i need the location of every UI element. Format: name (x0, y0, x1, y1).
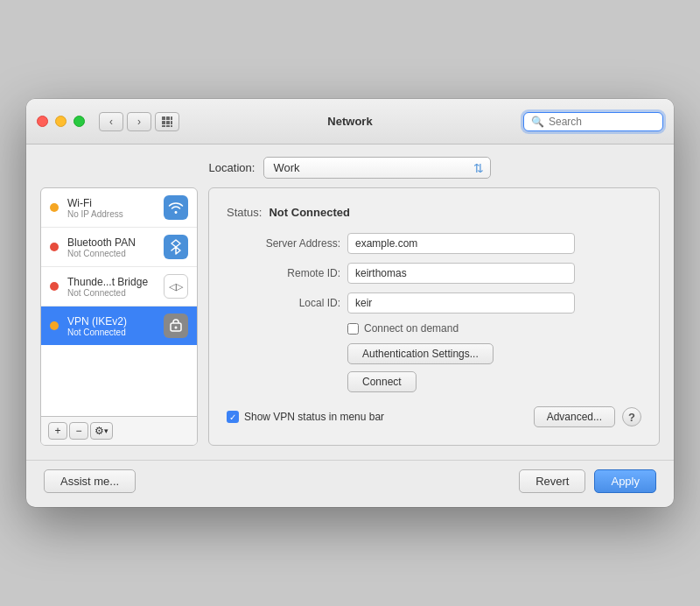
svg-point-10 (175, 327, 178, 329)
sidebar: Wi-Fi No IP Address (40, 187, 198, 446)
svg-rect-1 (166, 116, 170, 120)
revert-button[interactable]: Revert (519, 469, 585, 493)
thunderbolt-status-dot (50, 282, 59, 291)
svg-rect-2 (171, 116, 172, 120)
connect-on-demand-checkbox[interactable] (347, 323, 359, 335)
minimize-button[interactable] (55, 116, 66, 127)
search-input[interactable] (549, 116, 655, 128)
add-network-button[interactable]: + (48, 422, 67, 440)
panel-footer-right: Advanced... ? (534, 406, 641, 427)
gear-icon: ⚙ (94, 425, 104, 437)
show-vpn-checkbox[interactable]: ✓ (227, 411, 239, 423)
svg-rect-5 (171, 121, 172, 124)
server-address-row: Server Address: (227, 233, 641, 254)
advanced-button[interactable]: Advanced... (534, 406, 615, 427)
thunderbolt-name: Thunde...t Bridge (67, 276, 155, 288)
location-bar: Location: Work Automatic Home ⇅ (26, 144, 674, 187)
forward-button[interactable]: › (127, 112, 151, 131)
sidebar-toolbar: + − ⚙ ▾ (41, 416, 197, 445)
thunderbolt-sub: Not Connected (67, 288, 155, 298)
remote-id-row: Remote ID: (227, 263, 641, 284)
grid-button[interactable] (155, 112, 179, 131)
apply-button[interactable]: Apply (594, 469, 656, 493)
remote-id-label: Remote ID: (227, 267, 340, 279)
connect-button[interactable]: Connect (347, 371, 416, 392)
vpn-text: VPN (IKEv2) Not Connected (67, 315, 155, 337)
content-area: Location: Work Automatic Home ⇅ (26, 144, 674, 507)
remove-network-button[interactable]: − (69, 422, 88, 440)
thunderbolt-icon: ◁▷ (164, 274, 188, 299)
nav-buttons: ‹ › (99, 112, 151, 131)
svg-rect-4 (166, 121, 170, 124)
window-title: Network (327, 115, 372, 128)
connect-on-demand-row: Connect on demand (227, 322, 641, 335)
gear-chevron-icon: ▾ (104, 426, 108, 435)
form-section: Server Address: Remote ID: Local ID: Con… (227, 233, 641, 392)
vpn-icon (164, 314, 188, 338)
svg-rect-7 (166, 125, 170, 127)
svg-rect-6 (162, 125, 165, 127)
sidebar-item-vpn[interactable]: VPN (IKEv2) Not Connected (41, 307, 197, 345)
vpn-sub: Not Connected (67, 328, 155, 337)
local-id-row: Local ID: (227, 292, 641, 314)
sidebar-item-wifi[interactable]: Wi-Fi No IP Address (41, 188, 197, 228)
help-button[interactable]: ? (622, 407, 641, 426)
show-vpn-row: ✓ Show VPN status in menu bar (227, 411, 384, 423)
main-window: ‹ › Network 🔍 Location: (26, 99, 674, 507)
location-select-wrapper: Work Automatic Home ⇅ (263, 157, 491, 179)
traffic-lights (37, 116, 85, 127)
svg-rect-3 (162, 121, 165, 124)
gear-menu-button[interactable]: ⚙ ▾ (90, 422, 113, 440)
search-icon: 🔍 (531, 116, 544, 128)
bluetooth-status-dot (50, 243, 59, 251)
action-buttons: Authentication Settings... Connect (227, 343, 641, 392)
wifi-text: Wi-Fi No IP Address (67, 197, 155, 219)
bluetooth-text: Bluetooth PAN Not Connected (67, 236, 155, 258)
thunderbolt-text: Thunde...t Bridge Not Connected (67, 276, 155, 298)
panel: Status: Not Connected Server Address: Re… (208, 187, 660, 446)
bluetooth-sub: Not Connected (67, 249, 155, 258)
show-vpn-label: Show VPN status in menu bar (244, 411, 384, 423)
location-select[interactable]: Work Automatic Home (263, 157, 491, 179)
server-address-input[interactable] (347, 233, 575, 254)
panel-footer: ✓ Show VPN status in menu bar Advanced..… (227, 406, 641, 427)
remote-id-input[interactable] (347, 263, 575, 284)
svg-rect-0 (162, 116, 165, 120)
auth-settings-button[interactable]: Authentication Settings... (347, 343, 494, 364)
bluetooth-name: Bluetooth PAN (67, 236, 155, 249)
svg-rect-8 (171, 125, 172, 127)
vpn-name: VPN (IKEv2) (67, 315, 155, 328)
search-box[interactable]: 🔍 (523, 112, 663, 131)
maximize-button[interactable] (74, 116, 85, 127)
bluetooth-icon (164, 235, 188, 259)
wifi-icon (164, 195, 188, 220)
wifi-sub: No IP Address (67, 209, 155, 219)
location-label: Location: (209, 161, 256, 174)
sidebar-item-thunderbolt[interactable]: Thunde...t Bridge Not Connected ◁▷ (41, 267, 197, 307)
close-button[interactable] (37, 116, 48, 127)
window-footer: Assist me... Revert Apply (26, 460, 674, 507)
vpn-status-dot (50, 321, 59, 330)
local-id-label: Local ID: (227, 297, 340, 309)
local-id-input[interactable] (347, 292, 575, 314)
back-button[interactable]: ‹ (99, 112, 123, 131)
wifi-status-dot (50, 203, 59, 212)
main-area: Wi-Fi No IP Address (26, 187, 674, 460)
status-value: Not Connected (269, 206, 349, 219)
titlebar: ‹ › Network 🔍 (26, 99, 674, 144)
sidebar-item-bluetooth[interactable]: Bluetooth PAN Not Connected (41, 228, 197, 267)
status-label: Status: (227, 206, 262, 219)
connect-on-demand-label: Connect on demand (364, 322, 458, 335)
assist-me-button[interactable]: Assist me... (44, 469, 136, 493)
wifi-name: Wi-Fi (67, 197, 155, 209)
sidebar-items: Wi-Fi No IP Address (41, 188, 197, 416)
status-row: Status: Not Connected (227, 206, 641, 219)
server-address-label: Server Address: (227, 237, 340, 250)
